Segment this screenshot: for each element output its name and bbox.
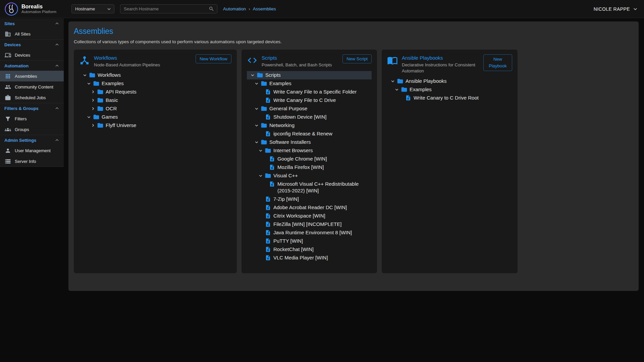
tree-item-file[interactable]: Shutdown Device [WIN] xyxy=(247,113,372,121)
sidebar-item-devices[interactable]: Devices xyxy=(0,50,64,60)
sidebar-section-header-devices[interactable]: Devices xyxy=(0,40,64,50)
tree-item-folder[interactable]: API Requests xyxy=(79,88,231,96)
tree-item-folder[interactable]: Examples xyxy=(387,85,512,94)
tree-item-file[interactable]: PuTTY [WIN] xyxy=(247,237,372,245)
tree-item-label: ipconfig Release & Renew xyxy=(273,130,334,137)
chevron-down-icon[interactable] xyxy=(253,122,260,129)
tree-item-folder[interactable]: Scripts xyxy=(247,71,372,79)
file-icon xyxy=(264,213,272,219)
tree-item-folder[interactable]: Visual C++ xyxy=(247,172,372,180)
sidebar-section-header-sites[interactable]: Sites xyxy=(0,18,64,28)
tree-item-label: RocketChat [WIN] xyxy=(273,246,316,253)
chevron-down-icon[interactable] xyxy=(253,105,260,112)
sidebar-section-header-admin-settings[interactable]: Admin Settings xyxy=(0,135,64,145)
chevron-down-icon[interactable] xyxy=(257,147,264,154)
sidebar-item-all-sites[interactable]: All Sites xyxy=(0,28,64,39)
sidebar-item-community-content[interactable]: Community Content xyxy=(0,81,64,92)
chevron-up-icon[interactable] xyxy=(54,42,60,48)
sidebar-item-scheduled-jobs[interactable]: Scheduled Jobs xyxy=(0,92,64,103)
sidebar-item-label: Groups xyxy=(15,127,29,132)
tree-item-folder[interactable]: General Purpose xyxy=(247,105,372,113)
tree-item-file[interactable]: FileZilla [WIN] [INCOMPLETE] xyxy=(247,220,372,229)
tree-item-label: Shutdown Device [WIN] xyxy=(273,114,328,120)
tree-item-label: Scripts xyxy=(265,72,283,78)
tree-item-file[interactable]: Microsoft Visual C++ Redistributable (20… xyxy=(247,180,372,195)
breadcrumb-link-automation[interactable]: Automation xyxy=(223,6,246,11)
tree-item-folder[interactable]: Software Installers xyxy=(247,138,372,146)
chevron-up-icon[interactable] xyxy=(54,137,60,143)
hostname-select-value: Hostname xyxy=(75,6,95,11)
hostname-select[interactable]: Hostname xyxy=(71,4,114,13)
tree-item-file[interactable]: Adobe Acrobat Reader DC [WIN] xyxy=(247,203,372,212)
sidebar-section-header-filters-groups[interactable]: Filters & Groups xyxy=(0,103,64,113)
sidebar-section-header-automation[interactable]: Automation xyxy=(0,61,64,71)
ansible-playbooks-card-header: Ansible Playbooks Declarative Instructio… xyxy=(387,54,512,74)
tree-item-file[interactable]: Write Canary File to C Drive xyxy=(247,96,372,105)
sidebar-item-label: Server Info xyxy=(15,159,36,164)
tree-item-label: Networking xyxy=(269,122,297,129)
search-hostname-box[interactable] xyxy=(120,4,217,13)
folder-icon xyxy=(260,105,268,112)
sidebar-item-filters[interactable]: Filters xyxy=(0,113,64,124)
sidebar-item-groups[interactable]: Groups xyxy=(0,124,64,135)
tree-item-folder[interactable]: Basic xyxy=(79,96,231,105)
tree-item-file[interactable]: Write Canary File to a Specific Folder xyxy=(247,88,372,96)
sidebar-item-label: Community Content xyxy=(15,84,53,89)
tree-item-file[interactable]: Citrix Workspace [WIN] xyxy=(247,212,372,220)
chevron-right-icon[interactable] xyxy=(89,88,97,95)
card-title: Scripts xyxy=(262,55,339,61)
tree-item-folder[interactable]: Examples xyxy=(247,79,372,88)
chevron-down-icon[interactable] xyxy=(253,80,260,87)
file-icon xyxy=(264,221,272,228)
chevron-down-icon[interactable] xyxy=(85,80,93,87)
tree-item-file[interactable]: VLC Media Player [WIN] xyxy=(247,254,372,262)
caret-down-icon xyxy=(106,6,112,12)
tree-item-folder[interactable]: Workflows xyxy=(79,71,231,79)
tree-item-file[interactable]: Google Chrome [WIN] xyxy=(247,155,372,163)
new-workflow-button[interactable]: New Workflow xyxy=(196,54,231,63)
chevron-down-icon[interactable] xyxy=(389,78,396,84)
new-script-button[interactable]: New Script xyxy=(342,54,372,63)
search-input[interactable] xyxy=(123,6,209,12)
tree-item-folder[interactable]: Internet Browsers xyxy=(247,146,372,155)
chevron-right-icon[interactable] xyxy=(89,105,97,112)
chevron-up-icon[interactable] xyxy=(54,20,60,26)
chevron-down-icon[interactable] xyxy=(249,72,256,78)
scripts-tree: ScriptsExamplesWrite Canary File to a Sp… xyxy=(247,71,372,262)
chevron-up-icon[interactable] xyxy=(54,105,60,111)
tree-item-file[interactable]: 7-Zip [WIN] xyxy=(247,195,372,203)
assemblies-icon xyxy=(5,73,11,79)
tree-item-file[interactable]: RocketChat [WIN] xyxy=(247,245,372,254)
chevron-down-icon[interactable] xyxy=(393,86,400,93)
chevron-down-icon[interactable] xyxy=(81,72,89,78)
tree-item-label: Write Canary to C Drive Root xyxy=(414,95,481,101)
tree-item-folder[interactable]: Networking xyxy=(247,121,372,130)
tree-item-file[interactable]: Mozilla Firefox [WIN] xyxy=(247,163,372,172)
chevron-right-icon[interactable] xyxy=(89,122,97,129)
user-menu[interactable]: NICOLE RAPPE xyxy=(594,6,639,12)
chevron-down-icon[interactable] xyxy=(85,114,93,120)
chevron-down-icon[interactable] xyxy=(257,172,264,179)
tree-item-folder[interactable]: OCR xyxy=(79,105,231,113)
folder-icon xyxy=(93,114,100,120)
tree-item-file[interactable]: Write Canary to C Drive Root xyxy=(387,94,512,102)
sidebar-item-user-management[interactable]: User Management xyxy=(0,145,64,156)
tree-item-folder[interactable]: Examples xyxy=(79,79,231,88)
tree-item-file[interactable]: Java Runtime Environment 8 [WIN] xyxy=(247,229,372,237)
file-icon xyxy=(264,88,272,95)
file-icon xyxy=(405,95,412,101)
page-description: Collections of various types of componen… xyxy=(74,39,633,44)
breadcrumb-link-assemblies[interactable]: Assemblies xyxy=(253,6,276,11)
chevron-up-icon[interactable] xyxy=(54,63,60,69)
tree-item-folder[interactable]: Games xyxy=(79,113,231,121)
sidebar-item-server-info[interactable]: Server Info xyxy=(0,156,64,167)
chevron-spacer xyxy=(257,213,264,219)
chevron-right-icon[interactable] xyxy=(89,97,97,104)
sidebar-item-assemblies[interactable]: Assemblies xyxy=(0,71,64,81)
chevron-down-icon[interactable] xyxy=(253,139,260,145)
tree-item-file[interactable]: ipconfig Release & Renew xyxy=(247,130,372,138)
new-playbook-button[interactable]: New Playbook xyxy=(483,54,512,71)
tree-item-folder[interactable]: Flyff Universe xyxy=(79,121,231,130)
tree-item-folder[interactable]: Ansible Playbooks xyxy=(387,77,512,85)
sidebar-section-sites: SitesAll Sites xyxy=(0,18,64,39)
